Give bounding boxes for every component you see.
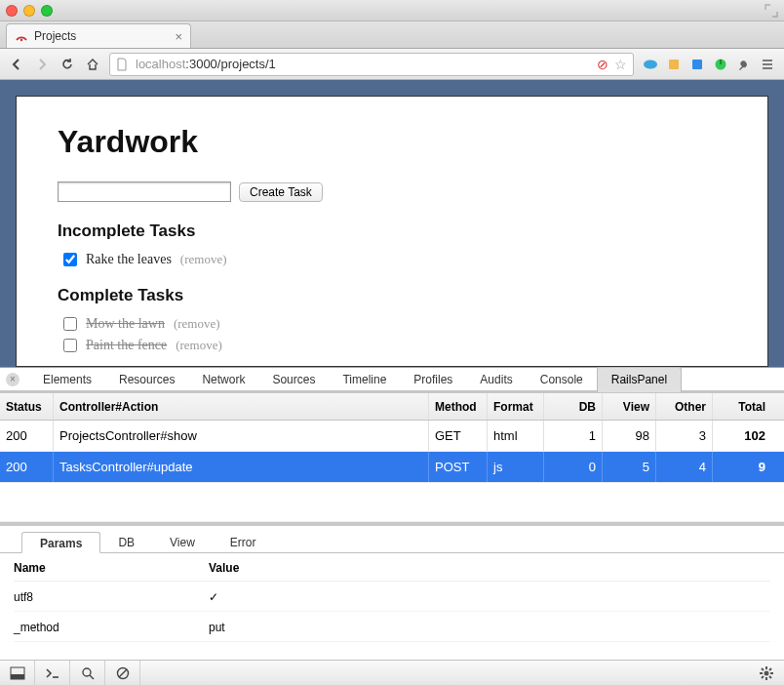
devtools-tabbar: × ElementsResourcesNetworkSourcesTimelin… bbox=[0, 368, 784, 393]
svg-point-1 bbox=[644, 60, 657, 68]
devtools-tab-sources[interactable]: Sources bbox=[258, 367, 329, 392]
favicon-icon bbox=[15, 29, 28, 43]
remove-link[interactable]: (remove) bbox=[174, 316, 220, 332]
zoom-window-button[interactable] bbox=[41, 5, 53, 17]
url-text: localhost:3000/projects/1 bbox=[136, 57, 276, 71]
devtools-tab-elements[interactable]: Elements bbox=[29, 367, 105, 392]
settings-gear-icon[interactable] bbox=[749, 665, 784, 681]
col-format[interactable]: Format bbox=[488, 393, 544, 420]
task-checkbox[interactable] bbox=[63, 317, 77, 331]
requests-header-row: Status Controller#Action Method Format D… bbox=[0, 393, 784, 421]
page-title: Yardwork bbox=[58, 124, 726, 160]
home-button[interactable] bbox=[84, 56, 101, 73]
fullscreen-icon[interactable] bbox=[764, 4, 778, 18]
extension-icon[interactable] bbox=[642, 56, 659, 73]
task-name-input[interactable] bbox=[58, 181, 231, 202]
svg-point-8 bbox=[83, 668, 91, 676]
remove-link[interactable]: (remove) bbox=[180, 252, 227, 267]
devtools-tab-timeline[interactable]: Timeline bbox=[329, 367, 400, 392]
svg-rect-3 bbox=[692, 60, 702, 69]
complete-heading: Complete Tasks bbox=[58, 286, 726, 305]
extension-icon[interactable] bbox=[688, 56, 706, 73]
col-other[interactable]: Other bbox=[656, 393, 713, 420]
detail-tab-params[interactable]: Params bbox=[21, 532, 100, 553]
create-task-button[interactable]: Create Task bbox=[239, 182, 323, 202]
svg-point-10 bbox=[764, 670, 769, 675]
param-name: utf8 bbox=[14, 590, 209, 604]
page-viewport: Yardwork Create Task Incomplete Tasks Ra… bbox=[0, 80, 784, 367]
devtools-close-icon[interactable]: × bbox=[6, 373, 20, 386]
svg-rect-2 bbox=[669, 60, 679, 69]
page-content: Yardwork Create Task Incomplete Tasks Ra… bbox=[16, 96, 768, 367]
task-text: Rake the leaves bbox=[86, 252, 172, 267]
wrench-icon[interactable] bbox=[735, 56, 753, 73]
svg-point-0 bbox=[20, 39, 22, 41]
devtools-tab-network[interactable]: Network bbox=[188, 367, 258, 392]
console-icon[interactable] bbox=[35, 661, 70, 685]
params-col-value: Value bbox=[209, 561, 770, 575]
param-value: put bbox=[209, 621, 770, 634]
browser-tabstrip: Projects × bbox=[0, 21, 784, 49]
svg-rect-7 bbox=[11, 674, 24, 679]
devtools-panel: × ElementsResourcesNetworkSourcesTimelin… bbox=[0, 367, 784, 685]
task-checkbox[interactable] bbox=[63, 339, 77, 352]
menu-icon[interactable] bbox=[759, 56, 776, 73]
task-text: Paint the fence bbox=[86, 338, 167, 353]
devtools-tab-resources[interactable]: Resources bbox=[105, 367, 188, 392]
task-item: Paint the fence (remove) bbox=[58, 335, 726, 356]
incomplete-heading: Incomplete Tasks bbox=[58, 222, 726, 241]
reload-button[interactable] bbox=[59, 56, 76, 73]
param-row: _methodput bbox=[14, 612, 770, 642]
clear-icon[interactable] bbox=[105, 661, 140, 685]
detail-tabbar: ParamsDBViewError bbox=[0, 526, 784, 553]
col-status[interactable]: Status bbox=[0, 393, 54, 420]
devtools-tab-console[interactable]: Console bbox=[527, 367, 597, 392]
devtools-tab-audits[interactable]: Audits bbox=[466, 367, 526, 392]
param-value: ✓ bbox=[209, 590, 770, 604]
close-window-button[interactable] bbox=[6, 5, 18, 17]
requests-table: Status Controller#Action Method Format D… bbox=[0, 393, 784, 522]
task-text: Mow the lawn bbox=[86, 316, 165, 332]
address-bar[interactable]: localhost:3000/projects/1 ⊘ ☆ bbox=[109, 53, 634, 76]
detail-tab-db[interactable]: DB bbox=[100, 532, 152, 553]
param-row: utf8✓ bbox=[14, 582, 770, 612]
detail-tab-error[interactable]: Error bbox=[213, 532, 274, 553]
blocked-icon[interactable]: ⊘ bbox=[597, 57, 608, 72]
bookmark-star-icon[interactable]: ☆ bbox=[614, 57, 627, 72]
page-icon bbox=[116, 58, 130, 71]
param-name: _method bbox=[14, 621, 209, 634]
col-db[interactable]: DB bbox=[544, 393, 603, 420]
window-titlebar bbox=[0, 0, 784, 21]
close-tab-icon[interactable]: × bbox=[175, 29, 182, 44]
task-item: Mow the lawn (remove) bbox=[58, 313, 726, 335]
forward-button[interactable] bbox=[33, 56, 51, 73]
task-checkbox[interactable] bbox=[63, 253, 77, 266]
extension-icons bbox=[642, 56, 776, 73]
svg-rect-5 bbox=[720, 60, 722, 64]
devtools-tab-profiles[interactable]: Profiles bbox=[400, 367, 466, 392]
col-view[interactable]: View bbox=[603, 393, 656, 420]
search-icon[interactable] bbox=[70, 661, 105, 685]
col-method[interactable]: Method bbox=[429, 393, 488, 420]
request-detail: ParamsDBViewError Name Value utf8✓_metho… bbox=[0, 522, 784, 660]
back-button[interactable] bbox=[8, 56, 25, 73]
dock-icon[interactable] bbox=[0, 661, 35, 685]
extension-icon[interactable] bbox=[665, 56, 683, 73]
traffic-lights bbox=[6, 5, 53, 17]
minimize-window-button[interactable] bbox=[23, 5, 35, 17]
params-col-name: Name bbox=[14, 561, 209, 575]
tab-title: Projects bbox=[34, 29, 169, 43]
devtools-tab-railspanel[interactable]: RailsPanel bbox=[597, 367, 682, 392]
detail-tab-view[interactable]: View bbox=[152, 532, 213, 553]
extension-icon[interactable] bbox=[712, 56, 729, 73]
task-item: Rake the leaves (remove) bbox=[58, 249, 726, 270]
devtools-footer bbox=[0, 660, 784, 685]
request-row[interactable]: 200ProjectsController#showGEThtml1983102 bbox=[0, 421, 784, 452]
params-table: Name Value utf8✓_methodput bbox=[0, 553, 784, 642]
col-action[interactable]: Controller#Action bbox=[54, 393, 429, 420]
remove-link[interactable]: (remove) bbox=[176, 338, 222, 353]
create-task-form: Create Task bbox=[58, 181, 726, 202]
request-row[interactable]: 200TasksController#updatePOSTjs0549 bbox=[0, 452, 784, 483]
col-total[interactable]: Total bbox=[713, 393, 771, 420]
browser-tab[interactable]: Projects × bbox=[6, 23, 191, 48]
